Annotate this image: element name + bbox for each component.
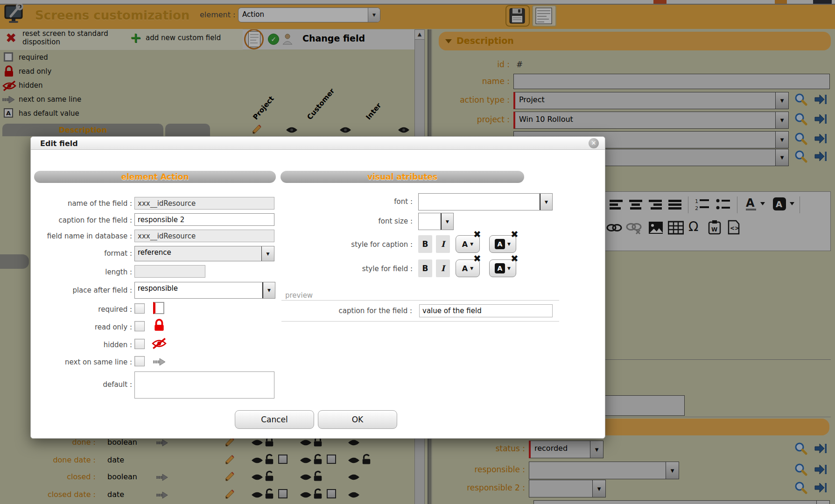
required-checkbox[interactable] [134, 303, 145, 314]
style-field-label: style for field : [296, 265, 413, 273]
preview-label: preview [285, 291, 313, 300]
preview-caption-label: caption for the field : [295, 307, 412, 315]
clear-color-icon[interactable]: ✖ [511, 254, 519, 263]
chevron-down-icon: ▼ [262, 282, 275, 298]
dbname-label: field name in database : [33, 232, 132, 240]
chevron-down-icon: ▼ [470, 242, 473, 246]
clear-color-icon[interactable]: ✖ [511, 230, 519, 239]
clear-color-icon[interactable]: ✖ [473, 254, 481, 263]
edit-field-dialog: Edit field ✕ element Action visual atrib… [30, 136, 605, 439]
bold-button[interactable]: B [418, 235, 432, 253]
default-textarea[interactable] [134, 371, 274, 399]
ok-button[interactable]: OK [318, 410, 397, 429]
dialog-titlebar[interactable]: Edit field [31, 137, 605, 150]
field-name-input[interactable] [134, 197, 274, 210]
chevron-down-icon: ▼ [470, 266, 473, 271]
font-label: font : [296, 197, 413, 206]
chevron-down-icon: ▼ [507, 242, 511, 246]
length-input[interactable] [134, 265, 205, 278]
italic-glyph: I [441, 239, 445, 249]
preview-input-wrap [419, 304, 553, 317]
italic-button[interactable]: I [436, 235, 450, 253]
format-value: reference [135, 246, 261, 261]
chevron-down-icon: ▼ [261, 246, 274, 261]
visual-attributes-header: visual atributes [281, 171, 524, 183]
bold-glyph: B [422, 239, 428, 249]
length-label: length : [33, 268, 132, 276]
bold-glyph: B [422, 264, 428, 273]
caption-input[interactable] [134, 213, 274, 226]
nextline-checkbox[interactable] [134, 356, 145, 366]
font-select[interactable]: ▼ [418, 193, 553, 210]
dbname-input-wrap [134, 230, 274, 242]
element-action-header-label: element Action [121, 172, 189, 182]
element-action-header: element Action [34, 171, 276, 183]
caption-label: caption for the field : [33, 216, 132, 224]
cancel-button[interactable]: Cancel [235, 410, 314, 429]
place-after-select[interactable]: responsible ▼ [134, 282, 275, 299]
length-input-wrap [134, 265, 205, 278]
italic-glyph: I [441, 264, 445, 273]
chevron-down-icon: ▼ [540, 194, 552, 210]
readonly-label: read only : [33, 323, 132, 331]
lock-icon [153, 319, 165, 334]
field-name-input-wrap [134, 197, 274, 210]
format-label: format : [33, 249, 132, 258]
bold-button[interactable]: B [418, 259, 432, 277]
eye-slash-icon [151, 337, 167, 351]
fontsize-label: font size : [296, 217, 413, 225]
place-after-value: responsible [135, 282, 262, 298]
a-glyph: A [462, 240, 468, 249]
dbname-input[interactable] [134, 230, 274, 242]
hidden-checkbox[interactable] [134, 339, 145, 349]
clear-color-icon[interactable]: ✖ [473, 230, 481, 239]
readonly-checkbox[interactable] [134, 321, 145, 331]
field-name-label: name of the field : [33, 199, 132, 208]
a-glyph: A [462, 264, 468, 273]
nextline-label: next on same line : [33, 358, 132, 366]
dialog-title: Edit field [40, 139, 78, 148]
preview-box: caption for the field : [281, 300, 559, 322]
a-inverse-glyph: A [495, 239, 505, 249]
style-caption-label: style for caption : [296, 240, 413, 249]
default-label: default : [33, 380, 132, 389]
chevron-down-icon: ▼ [441, 213, 453, 230]
preview-value-input[interactable] [419, 304, 553, 317]
screen: Screens customization element : Action ▼… [0, 0, 835, 504]
italic-button[interactable]: I [436, 259, 450, 277]
place-after-label: place after field : [33, 286, 132, 294]
close-icon[interactable]: ✕ [589, 138, 599, 148]
fontsize-select[interactable]: ▼ [418, 213, 454, 230]
chevron-down-icon: ▼ [507, 266, 511, 271]
visual-attributes-header-label: visual atributes [367, 172, 437, 182]
required-icon [153, 302, 164, 314]
caption-input-wrap [134, 213, 274, 226]
same-line-arrow-icon [153, 357, 166, 368]
hidden-label: hidden : [33, 341, 132, 349]
format-select[interactable]: reference ▼ [134, 246, 274, 261]
required-label: required : [33, 305, 132, 314]
a-inverse-glyph: A [495, 263, 505, 273]
